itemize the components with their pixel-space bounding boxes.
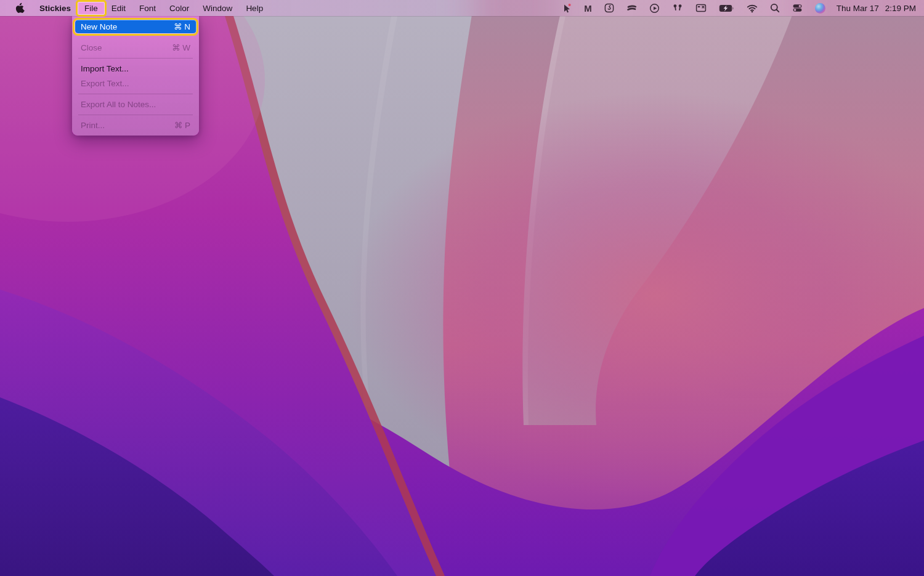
menu-window[interactable]: Window: [196, 0, 239, 16]
battery-charging-icon: [719, 4, 734, 12]
menu-separator: [78, 58, 193, 59]
menu-bar-left: Stickies File Edit Font Color Window Hel…: [0, 0, 270, 16]
double-bar-app-icon: [626, 3, 637, 13]
menu-item-label: Print...: [81, 121, 105, 130]
menu-item-new-note[interactable]: New Note ⌘ N: [75, 20, 197, 33]
earbuds-status-item[interactable]: [666, 0, 689, 16]
cursor-click-icon: [562, 3, 572, 14]
menu-item-shortcut: ⌘ P: [174, 120, 190, 130]
clock-date: Thu Mar 17: [837, 4, 879, 13]
window-controls-icon: [695, 3, 707, 13]
control-center-status-item[interactable]: [786, 0, 809, 16]
siri-status-item[interactable]: [809, 0, 832, 16]
clock-time: 2:19 PM: [885, 4, 916, 13]
menu-file[interactable]: File: [78, 0, 105, 16]
wifi-status-item[interactable]: [740, 0, 764, 16]
menu-font[interactable]: Font: [132, 0, 163, 16]
menu-separator: [78, 115, 193, 115]
menu-item-print[interactable]: Print... ⌘ P: [72, 118, 199, 132]
earbuds-icon: [672, 3, 683, 13]
spotlight-status-item[interactable]: [764, 0, 786, 16]
menu-item-import-text[interactable]: Import Text...: [72, 62, 199, 75]
play-circle-status-item[interactable]: [643, 0, 666, 16]
menu-help[interactable]: Help: [239, 0, 270, 16]
menu-item-label: Export Text...: [81, 79, 129, 88]
menu-item-shortcut: ⌘ W: [172, 43, 190, 52]
window-controls-status-item[interactable]: [689, 0, 713, 16]
spotlight-search-icon: [770, 3, 780, 13]
battery-status-item[interactable]: [713, 0, 740, 16]
menu-edit[interactable]: Edit: [105, 0, 132, 16]
letter-m-app-icon: M: [584, 3, 592, 14]
app-menu-title[interactable]: Stickies: [33, 0, 78, 16]
menu-file-label: File: [84, 4, 98, 13]
menu-separator: [78, 94, 193, 94]
menu-color[interactable]: Color: [163, 0, 196, 16]
menu-bar: Stickies File Edit Font Color Window Hel…: [0, 0, 924, 16]
squircle-wave-app-icon: [604, 3, 614, 13]
menu-item-label: New Note: [81, 22, 117, 31]
menu-item-shortcut: ⌘ N: [174, 22, 190, 31]
cursor-click-status-item[interactable]: [556, 0, 578, 16]
double-bar-status-item[interactable]: [620, 0, 643, 16]
menu-item-export-all-to-notes[interactable]: Export All to Notes...: [72, 97, 199, 111]
siri-icon: [815, 3, 825, 14]
menu-item-label: Import Text...: [81, 64, 129, 73]
wifi-icon: [747, 4, 758, 13]
control-center-icon: [792, 3, 803, 13]
file-menu-dropdown: New Note ⌘ N Close ⌘ W Import Text... Ex…: [72, 16, 199, 136]
apple-menu[interactable]: [7, 0, 33, 16]
menu-item-close[interactable]: Close ⌘ W: [72, 41, 199, 54]
menu-item-label: Export All to Notes...: [81, 100, 156, 109]
menu-item-export-text[interactable]: Export Text...: [72, 76, 199, 90]
menu-bar-clock[interactable]: Thu Mar 17 2:19 PM: [832, 0, 916, 16]
apple-logo-icon: [15, 2, 25, 14]
play-circle-icon: [649, 3, 660, 14]
menu-bar-status-area: M: [556, 0, 924, 16]
letter-m-app-status-item[interactable]: M: [578, 0, 598, 16]
squircle-wave-status-item[interactable]: [598, 0, 620, 16]
menu-item-label: Close: [81, 43, 102, 52]
